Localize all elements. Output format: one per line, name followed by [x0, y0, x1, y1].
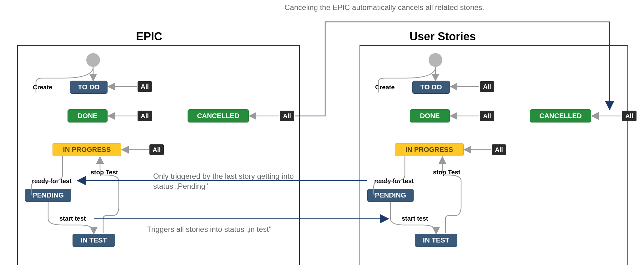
all-chip-cancel-epic: All	[280, 111, 294, 121]
stop-label-epic: stop Test	[91, 169, 118, 176]
start-node-stories	[429, 53, 442, 67]
annotation-intest: Triggers all stories into status „in tes…	[147, 224, 297, 234]
all-chip-done-epic: All	[138, 111, 152, 121]
annotation-cancel: Canceling the EPIC automatically cancels…	[284, 2, 550, 12]
state-cancelled-epic: CANCELLED	[188, 109, 249, 122]
all-chip-progress-epic: All	[149, 144, 164, 155]
create-label-stories: Create	[375, 84, 395, 91]
state-cancelled-stories: CANCELLED	[530, 109, 591, 122]
stop-label-stories: stop Test	[433, 169, 460, 176]
state-inprogress-epic: IN PROGRESS	[53, 143, 121, 156]
all-chip-todo-epic: All	[138, 81, 152, 92]
panel-title-epic: EPIC	[136, 30, 162, 43]
start-label-stories: start test	[402, 215, 428, 222]
state-todo-epic: TO DO	[70, 81, 108, 94]
state-inprogress-stories: IN PROGRESS	[395, 143, 464, 156]
state-intest-stories: IN TEST	[415, 234, 457, 247]
all-chip-progress-stories: All	[492, 144, 506, 155]
state-todo-stories: TO DO	[412, 81, 450, 94]
start-label-epic: start test	[59, 215, 86, 222]
all-chip-cancel-stories: All	[622, 111, 636, 121]
all-chip-done-stories: All	[480, 111, 494, 121]
panel-title-stories: User Stories	[410, 30, 476, 43]
ready-label-stories: ready for test	[374, 178, 414, 185]
state-pending-stories: PENDING	[367, 189, 414, 202]
state-intest-epic: IN TEST	[73, 234, 115, 247]
all-chip-todo-stories: All	[480, 81, 494, 92]
state-done-epic: DONE	[68, 109, 108, 122]
state-pending-epic: PENDING	[25, 189, 71, 202]
annotation-pending: Only triggered by the last story getting…	[153, 171, 297, 192]
create-label-epic: Create	[33, 84, 52, 91]
ready-label-epic: ready for test	[32, 178, 72, 185]
state-done-stories: DONE	[410, 109, 450, 122]
start-node-epic	[86, 53, 100, 67]
